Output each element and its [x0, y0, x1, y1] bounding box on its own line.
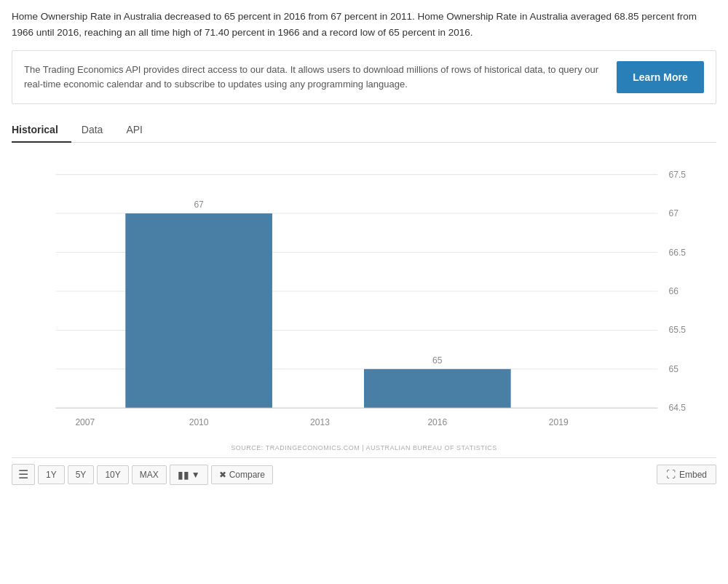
tab-historical[interactable]: Historical	[12, 118, 71, 143]
1y-button[interactable]: 1Y	[38, 465, 65, 484]
tab-api[interactable]: API	[123, 118, 156, 143]
api-banner-text: The Trading Economics API provides direc…	[24, 63, 602, 92]
learn-more-button[interactable]: Learn More	[617, 61, 704, 93]
svg-text:64.5: 64.5	[668, 403, 686, 413]
source-text: SOURCE: TRADINGECONOMICS.COM | AUSTRALIA…	[12, 444, 716, 451]
chart-type-icon: ▮▮	[178, 469, 189, 481]
bar-chart: 67.5 67 66.5 66 65.5 65 64.5 2007 2010 2…	[12, 150, 716, 441]
10y-button[interactable]: 10Y	[97, 465, 128, 484]
svg-text:2013: 2013	[310, 418, 330, 428]
chevron-down-icon: ▼	[191, 470, 200, 480]
svg-text:66: 66	[668, 286, 678, 296]
svg-text:65.5: 65.5	[668, 325, 686, 336]
svg-text:66.5: 66.5	[668, 248, 686, 258]
embed-label: Embed	[679, 470, 707, 480]
chart-area: 67.5 67 66.5 66 65.5 65 64.5 2007 2010 2…	[12, 150, 716, 441]
svg-text:2010: 2010	[189, 418, 209, 428]
bar-2016	[364, 369, 511, 408]
api-banner: The Trading Economics API provides direc…	[12, 50, 716, 104]
svg-text:67: 67	[668, 208, 678, 218]
5y-button[interactable]: 5Y	[68, 465, 95, 484]
embed-icon: ⛶	[666, 469, 676, 480]
menu-icon-button[interactable]: ☰	[12, 464, 35, 485]
tab-data[interactable]: Data	[79, 118, 116, 143]
svg-text:65: 65	[432, 355, 443, 366]
svg-text:2019: 2019	[549, 418, 569, 428]
svg-text:65: 65	[668, 364, 678, 374]
description-text: Home Ownership Rate in Australia decreas…	[12, 9, 716, 40]
compare-icon: ✖	[219, 470, 226, 480]
compare-button[interactable]: ✖ Compare	[211, 465, 273, 484]
max-button[interactable]: MAX	[132, 465, 167, 484]
bar-2011	[125, 213, 272, 408]
embed-button[interactable]: ⛶ Embed	[657, 465, 716, 484]
chart-type-button[interactable]: ▮▮ ▼	[170, 465, 208, 485]
svg-text:67: 67	[194, 200, 204, 210]
tabs-row: Historical Data API	[12, 117, 716, 143]
svg-text:67.5: 67.5	[668, 170, 686, 180]
toolbar: ☰ 1Y 5Y 10Y MAX ▮▮ ▼ ✖ Compare ⛶ Embed	[12, 457, 716, 488]
svg-text:2007: 2007	[75, 418, 95, 428]
svg-text:2016: 2016	[427, 418, 447, 428]
